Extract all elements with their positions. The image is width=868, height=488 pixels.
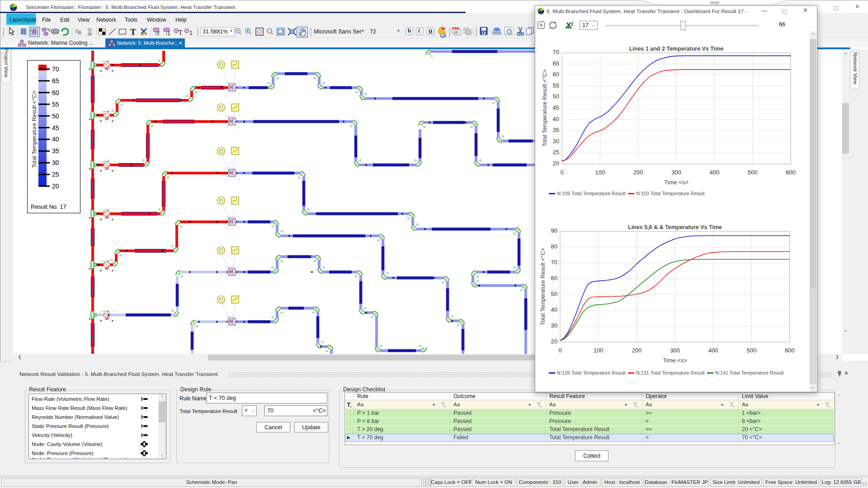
svg-text:1: 1 <box>189 30 193 36</box>
